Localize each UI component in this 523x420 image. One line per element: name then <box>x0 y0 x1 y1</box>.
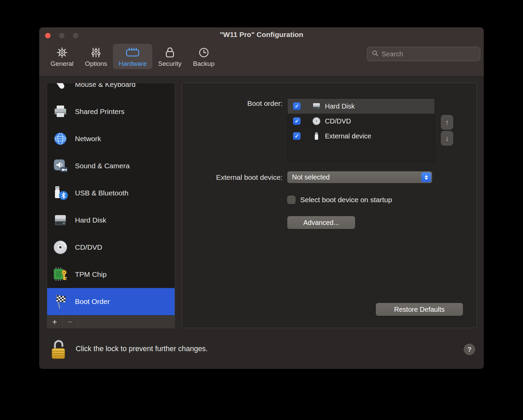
add-hardware-button[interactable]: + <box>47 316 62 328</box>
configuration-window: "W11 Pro" Configuration <box>39 27 484 369</box>
usb-bluetooth-icon <box>53 185 68 201</box>
boot-order-list: Hard Disk CD/DVD <box>287 98 435 161</box>
window-title: "W11 Pro" Configuration <box>39 31 484 39</box>
sidebar-item-tpm-chip[interactable]: TPM Chip <box>47 261 175 288</box>
sidebar-item-label: Boot Order <box>75 298 110 306</box>
boot-row-external-device[interactable]: External device <box>288 129 434 144</box>
sliders-icon <box>91 46 101 59</box>
boot-order-panel: Boot order: Hard Disk <box>182 83 477 328</box>
sidebar-item-mouse-keyboard[interactable]: Mouse & Keyboard <box>47 83 175 98</box>
advanced-button[interactable]: Advanced... <box>287 216 355 229</box>
boot-order-label: Boot order: <box>247 99 283 108</box>
checkered-flag-icon <box>53 294 68 309</box>
globe-icon <box>53 131 68 147</box>
select-boot-device-row: Select boot device on startup <box>287 196 392 204</box>
hard-disk-icon <box>53 212 68 228</box>
clock-icon <box>198 46 210 59</box>
tab-backup[interactable]: Backup <box>187 44 220 69</box>
speaker-camera-icon <box>53 158 68 174</box>
lock-icon <box>165 46 175 59</box>
memory-chip-icon <box>125 46 140 59</box>
chevron-up-down-icon <box>421 172 431 182</box>
toolbar: "W11 Pro" Configuration <box>39 27 484 77</box>
select-boot-device-checkbox[interactable] <box>287 196 295 204</box>
sidebar-item-label: Mouse & Keyboard <box>75 83 136 89</box>
tab-backup-label: Backup <box>193 60 214 68</box>
external-boot-device-label: External boot device: <box>216 173 283 182</box>
cd-icon <box>53 240 68 255</box>
hard-disk-mini-icon <box>312 102 321 111</box>
move-down-button[interactable]: ↓ <box>441 131 453 146</box>
sidebar-item-label: Sound & Camera <box>75 162 130 170</box>
content-area: Mouse & Keyboard Shared <box>39 77 484 369</box>
tab-options[interactable]: Options <box>79 44 113 69</box>
sidebar-item-network[interactable]: Network <box>47 125 175 152</box>
external-device-checkbox[interactable] <box>293 132 301 140</box>
reorder-buttons: ↑ ↓ <box>441 115 453 146</box>
hard-disk-checkbox[interactable] <box>293 102 301 110</box>
lock-hint-text: Click the lock to prevent further change… <box>76 345 208 353</box>
unlocked-padlock-icon[interactable] <box>51 339 67 361</box>
cd-mini-icon <box>312 117 321 126</box>
tab-security-label: Security <box>158 60 181 68</box>
tab-hardware-label: Hardware <box>119 60 147 68</box>
sidebar-item-usb-bluetooth[interactable]: USB & Bluetooth <box>47 179 175 207</box>
boot-row-label: External device <box>325 132 371 140</box>
sidebar-item-sound-camera[interactable]: Sound & Camera <box>47 152 175 179</box>
sidebar-item-cd-dvd[interactable]: CD/DVD <box>47 234 175 261</box>
search-field[interactable] <box>367 47 480 61</box>
dropdown-selected-value: Not selected <box>292 173 421 181</box>
sidebar-item-shared-printers[interactable]: Shared Printers <box>47 98 175 125</box>
hardware-sidebar: Mouse & Keyboard Shared <box>47 83 175 328</box>
boot-row-label: Hard Disk <box>325 102 355 110</box>
cd-dvd-checkbox[interactable] <box>293 117 301 125</box>
tab-general[interactable]: General <box>45 44 79 69</box>
select-boot-device-label: Select boot device on startup <box>300 196 392 204</box>
boot-row-label: CD/DVD <box>325 117 351 125</box>
search-icon <box>372 50 379 58</box>
sidebar-item-label: Hard Disk <box>75 216 106 224</box>
tab-general-label: General <box>51 60 74 68</box>
move-up-button[interactable]: ↑ <box>441 115 453 130</box>
sidebar-item-boot-order[interactable]: Boot Order <box>47 288 175 315</box>
sidebar-item-label: CD/DVD <box>75 243 102 251</box>
sidebar-item-label: USB & Bluetooth <box>75 189 129 197</box>
boot-row-hard-disk[interactable]: Hard Disk <box>288 99 434 114</box>
remove-hardware-button[interactable]: − <box>62 316 78 328</box>
mouse-keyboard-icon <box>53 83 68 92</box>
gear-icon <box>56 46 68 59</box>
sidebar-item-label: Shared Printers <box>75 108 124 116</box>
hardware-list: Mouse & Keyboard Shared <box>47 83 175 316</box>
search-input[interactable] <box>382 50 476 58</box>
sidebar-item-label: Network <box>75 135 101 143</box>
sidebar-actions: + − <box>47 316 175 328</box>
help-button[interactable]: ? <box>464 344 475 355</box>
tab-security[interactable]: Security <box>152 44 187 69</box>
external-boot-device-select[interactable]: Not selected <box>287 171 432 183</box>
sidebar-item-label: TPM Chip <box>75 270 106 279</box>
tab-hardware[interactable]: Hardware <box>113 44 152 69</box>
tab-options-label: Options <box>85 60 107 68</box>
sidebar-item-hard-disk[interactable]: Hard Disk <box>47 207 175 234</box>
restore-defaults-button[interactable]: Restore Defaults <box>376 303 463 316</box>
printer-icon <box>53 104 68 119</box>
toolbar-tabs: General Options <box>45 44 220 69</box>
boot-row-cd-dvd[interactable]: CD/DVD <box>288 114 434 129</box>
tpm-chip-icon <box>53 267 68 282</box>
usb-stick-mini-icon <box>312 132 321 140</box>
